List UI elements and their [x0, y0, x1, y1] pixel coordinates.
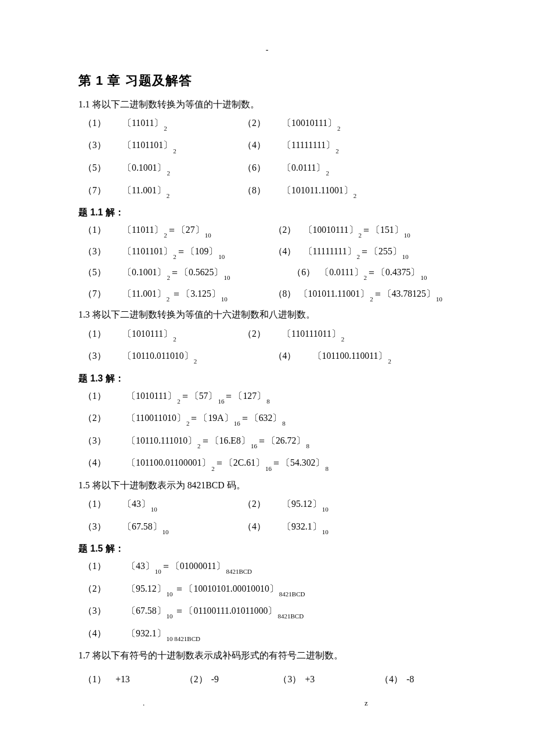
sol-value: 〔43〕10＝〔01000011〕8421BCD [127, 560, 252, 574]
item-index: （4） [269, 350, 313, 362]
sol-value: 〔10010111〕2＝〔151〕10 [304, 224, 410, 238]
item-value: 〔101100.110011〕2 [313, 350, 391, 364]
section-1-7-title: 1.7 将以下有符号的十进制数表示成补码形式的有符号二进制数。 [78, 649, 459, 662]
sol-index: （5） [78, 266, 122, 279]
s11-sol-row-3: （5）〔0.1001〕2＝〔0.5625〕10 （6）〔0.0111〕2＝〔0.… [78, 266, 459, 280]
item-index: （3） [78, 520, 122, 533]
chapter-title: 第 1 章 习题及解答 [78, 72, 459, 90]
item-value: 〔11011〕2 [122, 117, 167, 131]
s15-sol-1: （1）〔43〕10＝〔01000011〕8421BCD [78, 560, 459, 574]
s13-sol-2: （2）〔110011010〕2＝〔19A〕16＝〔632〕8 [78, 412, 459, 426]
s15-sol-2: （2）〔95.12〕10 ＝〔10010101.00010010〕8421BCD [78, 582, 459, 597]
item-index: （1） [83, 673, 116, 686]
item-index: （2） [238, 117, 282, 129]
item-value: 〔10010111〕2 [282, 117, 341, 131]
item-value: 〔0.1001〕2 [122, 161, 170, 176]
sol-index: （2） [269, 224, 304, 236]
s13-sol-4: （4）〔101100.01100001〕2＝〔2C.61〕16＝〔54.302〕… [78, 456, 459, 471]
sol-index: （4） [269, 245, 304, 258]
sol-index: （3） [83, 434, 127, 447]
sol-index: （1） [78, 224, 122, 236]
item-value: 〔95.12〕10 [282, 498, 329, 512]
sol-value: 〔110011010〕2＝〔19A〕16＝〔632〕8 [127, 412, 286, 426]
s11-sol-row-4: （7）〔11.001〕2 ＝〔3.125〕10 （8）〔101011.11001… [78, 287, 459, 302]
item-index: （2） [238, 327, 282, 340]
footer-z: z [365, 698, 368, 708]
item-index: （3） [78, 139, 122, 152]
s15-sol-4: （4）〔932.1〕10 8421BCD [78, 627, 459, 642]
section-1-3-sol-title: 题 1.3 解： [78, 372, 459, 385]
item-value: -9 [211, 673, 219, 686]
sol-value: 〔1010111〕2＝〔57〕16＝〔127〕8 [127, 390, 270, 404]
item-index: （2） [185, 673, 211, 686]
item-value: 〔10110.011010〕2 [122, 350, 197, 364]
item-index: （5） [78, 161, 122, 174]
sol-index: （2） [83, 412, 127, 424]
footer-dot: . [143, 698, 145, 708]
item-value: +13 [116, 673, 130, 686]
sol-value: 〔95.12〕10 ＝〔10010101.00010010〕8421BCD [127, 582, 305, 597]
s17-row: （1）+13 （2）-9 （3）+3 （4）-8 [78, 673, 459, 686]
item-index: （8） [238, 184, 282, 197]
sol-value: 〔1101101〕2＝〔109〕10 [122, 245, 225, 260]
section-1-1-sol-title: 题 1.1 解： [78, 206, 459, 219]
sol-value: 〔67.58〕10 ＝〔01100111.01011000〕8421BCD [127, 604, 304, 619]
sol-value: 〔0.1001〕2＝〔0.5625〕10 [122, 266, 230, 280]
sol-index: （6） [287, 266, 320, 279]
header-dash: - [0, 44, 534, 56]
s11-row-4: （7）〔11.001〕2 （8）〔101011.11001〕2 [78, 184, 459, 199]
sol-index: （3） [78, 245, 122, 258]
s13-row-1: （1）〔1010111〕2 （2）〔110111011〕2 [78, 327, 459, 342]
s15-row-2: （3）〔67.58〕10 （4）〔932.1〕10 [78, 520, 459, 535]
item-value: 〔0.0111〕2 [282, 161, 329, 176]
item-index: （3） [278, 673, 305, 686]
item-value: 〔11.001〕2 [122, 184, 169, 199]
sol-value: 〔11111111〕2＝〔255〕10 [304, 245, 409, 260]
item-value: 〔110111011〕2 [282, 327, 344, 342]
item-value: 〔11111111〕2 [282, 139, 339, 153]
sol-index: （4） [83, 627, 127, 640]
section-1-5-title: 1.5 将以下十进制数表示为 8421BCD 码。 [78, 479, 459, 492]
s15-row-1: （1）〔43〕10 （2）〔95.12〕10 [78, 498, 459, 512]
s13-sol-1: （1）〔1010111〕2＝〔57〕16＝〔127〕8 [78, 390, 459, 404]
item-value: 〔67.58〕10 [122, 520, 169, 535]
s15-sol-3: （3）〔67.58〕10 ＝〔01100111.01011000〕8421BCD [78, 604, 459, 619]
item-index: （2） [238, 498, 282, 510]
item-value: 〔101011.11001〕2 [282, 184, 356, 199]
item-value: 〔932.1〕10 [282, 520, 329, 535]
item-value: 〔1010111〕2 [122, 327, 176, 342]
item-index: （4） [238, 520, 282, 533]
s13-sol-3: （3）〔10110.111010〕2＝〔16.E8〕16＝〔26.72〕8 [78, 434, 459, 449]
sol-value: 〔11.001〕2 ＝〔3.125〕10 [122, 287, 228, 302]
item-value: 〔43〕10 [122, 498, 157, 512]
item-index: （4） [238, 139, 282, 152]
item-value: +3 [305, 673, 315, 686]
item-value: 〔1101101〕2 [122, 139, 176, 153]
sol-value: 〔101011.11001〕2＝〔43.78125〕10 [299, 287, 442, 302]
sol-index: （4） [83, 456, 127, 469]
section-1-1-title: 1.1 将以下二进制数转换为等值的十进制数。 [78, 98, 459, 111]
sol-index: （1） [83, 560, 127, 573]
item-index: （1） [78, 327, 122, 340]
item-index: （1） [78, 498, 122, 510]
item-index: （3） [78, 350, 122, 362]
item-index: （4） [380, 673, 406, 686]
sol-index: （2） [83, 582, 127, 595]
sol-value: 〔0.0111〕2＝〔0.4375〕10 [320, 266, 427, 280]
sol-value: 〔11011〕2＝〔27〕10 [122, 224, 211, 238]
s11-row-2: （3）〔1101101〕2 （4）〔11111111〕2 [78, 139, 459, 153]
sol-index: （3） [83, 604, 127, 617]
sol-value: 〔101100.01100001〕2＝〔2C.61〕16＝〔54.302〕8 [127, 456, 329, 471]
s11-sol-row-1: （1）〔11011〕2＝〔27〕10 （2）〔10010111〕2＝〔151〕1… [78, 224, 459, 238]
sol-index: （1） [83, 390, 127, 402]
sol-value: 〔932.1〕10 8421BCD [127, 627, 200, 642]
s11-sol-row-2: （3）〔1101101〕2＝〔109〕10 （4）〔11111111〕2＝〔25… [78, 245, 459, 260]
s11-row-3: （5）〔0.1001〕2 （6）〔0.0111〕2 [78, 161, 459, 176]
page-body: 第 1 章 习题及解答 1.1 将以下二进制数转换为等值的十进制数。 （1）〔1… [0, 0, 534, 686]
item-index: （1） [78, 117, 122, 129]
s13-row-2: （3）〔10110.011010〕2 （4）〔101100.110011〕2 [78, 350, 459, 364]
item-index: （7） [78, 184, 122, 197]
sol-index: （7） [78, 287, 122, 300]
sol-value: 〔10110.111010〕2＝〔16.E8〕16＝〔26.72〕8 [127, 434, 309, 449]
s11-row-1: （1）〔11011〕2 （2）〔10010111〕2 [78, 117, 459, 131]
